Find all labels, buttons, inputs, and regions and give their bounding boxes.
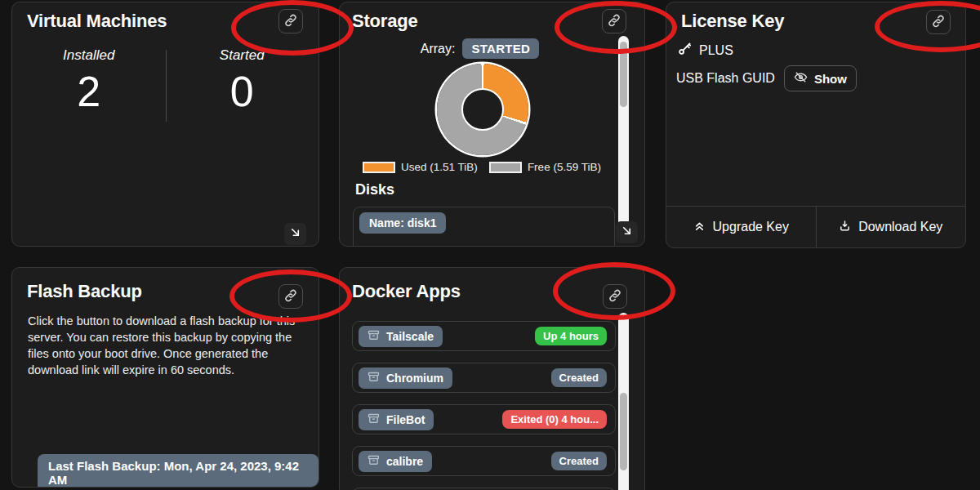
link-icon: [284, 289, 297, 305]
docker-app-row[interactable]: FileBot Exited (0) 4 hou...: [352, 404, 616, 434]
card-link-button[interactable]: [278, 284, 303, 309]
storage-scrollbar[interactable]: [618, 36, 629, 242]
archive-box-icon: [368, 329, 380, 344]
donut-legend: Used (1.51 TiB) Free (5.59 TiB): [340, 161, 624, 173]
card-title: Flash Backup: [27, 281, 142, 302]
show-guid-label: Show: [814, 72, 847, 86]
legend-item-used: Used (1.51 TiB): [363, 161, 478, 173]
array-status-badge: STARTED: [462, 38, 539, 59]
unraid-dashboard: { "ui": { "colors": { "badge_slate": "#5…: [0, 0, 980, 490]
flash-backup-card: Flash Backup Click the button to downloa…: [11, 267, 319, 488]
disk-name-badge: Name: disk1: [359, 212, 446, 234]
docker-apps-card: Docker Apps Tailscale Up 4 hours Chromiu…: [339, 267, 645, 490]
upgrade-key-label: Upgrade Key: [713, 220, 789, 234]
virtual-machines-card: Virtual Machines Installed 2 Started 0: [11, 2, 319, 247]
card-link-button[interactable]: [602, 9, 626, 33]
vm-started-label: Started: [166, 47, 319, 64]
last-flash-backup-badge: Last Flash Backup: Mon, Apr 24, 2023, 9:…: [38, 454, 318, 488]
storage-scrollbar-thumb[interactable]: [620, 42, 627, 107]
angles-up-icon: [693, 220, 706, 235]
legend-item-free: Free (5.59 TiB): [489, 161, 601, 173]
app-name-badge: calibre: [359, 451, 432, 472]
array-label: Array:: [421, 42, 456, 56]
card-link-button[interactable]: [926, 10, 951, 34]
app-name-badge: Chromium: [359, 368, 452, 389]
vm-started: Started 0: [166, 47, 319, 113]
app-status-badge: Created: [551, 368, 607, 387]
flash-backup-description: Click the button to download a flash bac…: [28, 313, 304, 378]
card-title: License Key: [681, 11, 784, 32]
app-name: Chromium: [386, 372, 443, 385]
download-key-button[interactable]: Download Key: [817, 207, 966, 247]
docker-scrollbar[interactable]: [618, 313, 629, 490]
card-link-button[interactable]: [278, 9, 303, 33]
arrow-down-right-icon: [289, 226, 301, 242]
app-name: calibre: [386, 455, 423, 468]
link-icon: [932, 15, 945, 30]
arrow-down-right-icon: [621, 225, 633, 240]
docker-app-row[interactable]: Chromium Created: [352, 363, 616, 393]
donut-hole: [461, 88, 504, 131]
legend-swatch-free: [489, 162, 522, 173]
storage-card: Storage Array: STARTED Used (1.51 TiB) F…: [339, 2, 645, 247]
card-resize-handle[interactable]: [284, 223, 306, 245]
legend-label-free: Free (5.59 TiB): [528, 161, 601, 173]
disk-row[interactable]: Name: disk1: [353, 207, 615, 247]
key-icon: [678, 42, 692, 59]
vm-started-value: 0: [166, 70, 319, 113]
legend-swatch-used: [363, 162, 395, 173]
card-resize-handle[interactable]: [616, 221, 638, 243]
disks-heading: Disks: [355, 181, 394, 198]
array-status-row: Array: STARTED: [340, 38, 620, 59]
docker-scrollbar-thumb[interactable]: [620, 393, 627, 470]
license-tier-row: PLUS: [678, 42, 733, 59]
vm-installed-value: 2: [12, 70, 166, 113]
app-status-badge: Created: [551, 452, 607, 470]
link-icon: [608, 289, 621, 305]
archive-box-icon: [368, 371, 380, 385]
license-tier-label: PLUS: [699, 43, 733, 58]
upgrade-key-button[interactable]: Upgrade Key: [666, 207, 817, 247]
link-icon: [608, 14, 621, 29]
app-name: FileBot: [386, 413, 425, 426]
card-link-button[interactable]: [603, 284, 627, 309]
vertical-divider: [166, 50, 167, 122]
legend-label-used: Used (1.51 TiB): [401, 161, 478, 173]
guid-row: USB Flash GUID Show: [676, 65, 857, 91]
download-key-label: Download Key: [858, 220, 942, 234]
app-name: Tailscale: [386, 330, 434, 343]
link-icon: [284, 14, 297, 29]
license-key-card: License Key PLUS USB Flash GUID Show Upg…: [666, 2, 966, 248]
archive-box-icon: [368, 412, 380, 427]
eye-slash-icon: [794, 70, 808, 87]
vm-installed: Installed 2: [12, 47, 166, 113]
app-name-badge: FileBot: [359, 409, 434, 430]
license-footer: Upgrade Key Download Key: [666, 206, 965, 247]
docker-app-row[interactable]: Tailscale Up 4 hours: [352, 321, 616, 351]
download-icon: [839, 220, 851, 235]
archive-box-icon: [368, 454, 380, 469]
card-title: Virtual Machines: [27, 11, 167, 32]
docker-app-row[interactable]: calibre Created: [352, 446, 616, 476]
card-title: Storage: [352, 11, 418, 32]
vm-installed-label: Installed: [12, 47, 166, 64]
storage-donut-chart: [437, 64, 528, 155]
show-guid-button[interactable]: Show: [784, 65, 857, 91]
app-status-badge: Exited (0) 4 hou...: [502, 410, 607, 429]
card-title: Docker Apps: [352, 281, 461, 302]
app-name-badge: Tailscale: [359, 326, 443, 347]
guid-label: USB Flash GUID: [676, 71, 775, 86]
app-status-badge: Up 4 hours: [535, 327, 607, 345]
